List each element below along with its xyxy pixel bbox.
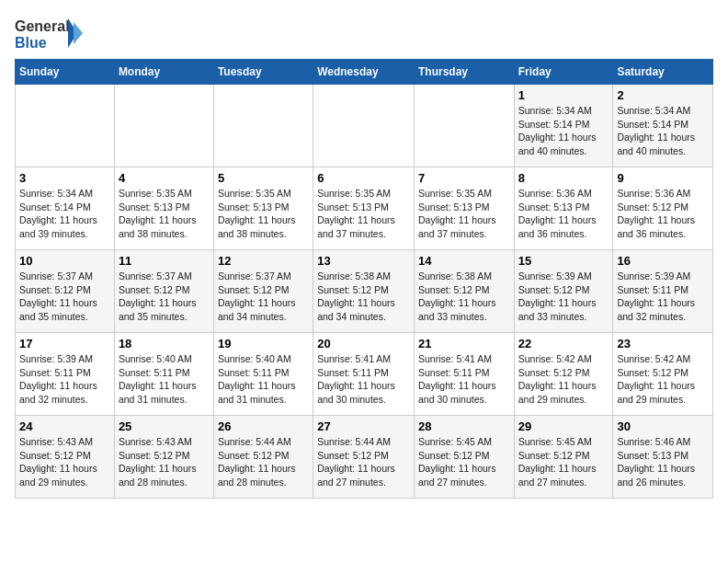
calendar-cell: 29Sunrise: 5:45 AM Sunset: 5:12 PM Dayli… bbox=[514, 416, 613, 499]
page-header: GeneralBlue bbox=[15, 15, 713, 52]
calendar-cell: 14Sunrise: 5:38 AM Sunset: 5:12 PM Dayli… bbox=[414, 250, 514, 333]
day-number: 27 bbox=[317, 419, 410, 433]
calendar-cell bbox=[313, 85, 415, 167]
day-number: 25 bbox=[119, 419, 210, 433]
weekday-header: Saturday bbox=[613, 60, 713, 85]
weekday-header: Wednesday bbox=[313, 60, 415, 85]
calendar-cell bbox=[114, 85, 213, 167]
calendar-cell: 12Sunrise: 5:37 AM Sunset: 5:12 PM Dayli… bbox=[213, 250, 313, 333]
calendar-table: SundayMondayTuesdayWednesdayThursdayFrid… bbox=[15, 59, 713, 499]
calendar-cell: 2Sunrise: 5:34 AM Sunset: 5:14 PM Daylig… bbox=[613, 85, 713, 167]
calendar-cell: 19Sunrise: 5:40 AM Sunset: 5:11 PM Dayli… bbox=[213, 333, 313, 416]
weekday-header: Thursday bbox=[414, 60, 514, 85]
svg-text:General: General bbox=[15, 18, 70, 34]
calendar-cell: 23Sunrise: 5:42 AM Sunset: 5:12 PM Dayli… bbox=[613, 333, 713, 416]
calendar-header-row: SundayMondayTuesdayWednesdayThursdayFrid… bbox=[16, 60, 713, 85]
day-number: 2 bbox=[617, 88, 709, 102]
calendar-cell: 20Sunrise: 5:41 AM Sunset: 5:11 PM Dayli… bbox=[313, 333, 415, 416]
calendar-cell: 1Sunrise: 5:34 AM Sunset: 5:14 PM Daylig… bbox=[514, 85, 613, 167]
day-number: 1 bbox=[518, 88, 609, 102]
day-info: Sunrise: 5:37 AM Sunset: 5:12 PM Dayligh… bbox=[19, 270, 110, 324]
calendar-cell: 27Sunrise: 5:44 AM Sunset: 5:12 PM Dayli… bbox=[313, 416, 415, 499]
day-number: 24 bbox=[19, 419, 110, 433]
calendar-cell: 28Sunrise: 5:45 AM Sunset: 5:12 PM Dayli… bbox=[414, 416, 514, 499]
day-info: Sunrise: 5:35 AM Sunset: 5:13 PM Dayligh… bbox=[119, 187, 210, 241]
calendar-cell: 22Sunrise: 5:42 AM Sunset: 5:12 PM Dayli… bbox=[514, 333, 613, 416]
calendar-week-row: 24Sunrise: 5:43 AM Sunset: 5:12 PM Dayli… bbox=[16, 416, 713, 499]
weekday-header: Sunday bbox=[16, 60, 115, 85]
svg-marker-3 bbox=[74, 22, 83, 44]
day-info: Sunrise: 5:43 AM Sunset: 5:12 PM Dayligh… bbox=[119, 435, 210, 489]
day-info: Sunrise: 5:39 AM Sunset: 5:11 PM Dayligh… bbox=[617, 270, 709, 324]
day-number: 21 bbox=[418, 337, 510, 350]
day-info: Sunrise: 5:37 AM Sunset: 5:12 PM Dayligh… bbox=[218, 270, 309, 324]
calendar-cell: 10Sunrise: 5:37 AM Sunset: 5:12 PM Dayli… bbox=[16, 250, 115, 333]
calendar-cell bbox=[414, 85, 514, 167]
calendar-cell: 30Sunrise: 5:46 AM Sunset: 5:13 PM Dayli… bbox=[613, 416, 713, 499]
calendar-cell: 16Sunrise: 5:39 AM Sunset: 5:11 PM Dayli… bbox=[613, 250, 713, 333]
day-number: 9 bbox=[617, 171, 709, 185]
day-info: Sunrise: 5:40 AM Sunset: 5:11 PM Dayligh… bbox=[119, 352, 210, 407]
calendar-cell: 3Sunrise: 5:34 AM Sunset: 5:14 PM Daylig… bbox=[16, 167, 115, 250]
day-info: Sunrise: 5:45 AM Sunset: 5:12 PM Dayligh… bbox=[518, 435, 609, 489]
day-info: Sunrise: 5:34 AM Sunset: 5:14 PM Dayligh… bbox=[617, 104, 709, 158]
day-number: 6 bbox=[317, 171, 410, 185]
day-info: Sunrise: 5:40 AM Sunset: 5:11 PM Dayligh… bbox=[218, 352, 309, 407]
calendar-cell: 25Sunrise: 5:43 AM Sunset: 5:12 PM Dayli… bbox=[114, 416, 213, 499]
calendar-week-row: 1Sunrise: 5:34 AM Sunset: 5:14 PM Daylig… bbox=[16, 85, 713, 167]
day-number: 18 bbox=[119, 337, 210, 350]
day-info: Sunrise: 5:34 AM Sunset: 5:14 PM Dayligh… bbox=[518, 104, 609, 158]
calendar-week-row: 17Sunrise: 5:39 AM Sunset: 5:11 PM Dayli… bbox=[16, 333, 713, 416]
calendar-cell: 4Sunrise: 5:35 AM Sunset: 5:13 PM Daylig… bbox=[114, 167, 213, 250]
calendar-cell: 17Sunrise: 5:39 AM Sunset: 5:11 PM Dayli… bbox=[16, 333, 115, 416]
svg-text:Blue: Blue bbox=[15, 35, 47, 51]
day-info: Sunrise: 5:36 AM Sunset: 5:12 PM Dayligh… bbox=[617, 187, 709, 241]
day-number: 26 bbox=[218, 419, 309, 433]
day-number: 19 bbox=[218, 337, 309, 350]
calendar-cell: 26Sunrise: 5:44 AM Sunset: 5:12 PM Dayli… bbox=[213, 416, 313, 499]
calendar-cell: 21Sunrise: 5:41 AM Sunset: 5:11 PM Dayli… bbox=[414, 333, 514, 416]
day-number: 15 bbox=[518, 254, 609, 268]
calendar-cell: 13Sunrise: 5:38 AM Sunset: 5:12 PM Dayli… bbox=[313, 250, 415, 333]
day-number: 16 bbox=[617, 254, 709, 268]
day-number: 17 bbox=[19, 337, 110, 350]
day-info: Sunrise: 5:42 AM Sunset: 5:12 PM Dayligh… bbox=[617, 352, 709, 407]
day-number: 30 bbox=[617, 419, 709, 433]
day-number: 14 bbox=[418, 254, 510, 268]
day-number: 11 bbox=[119, 254, 210, 268]
calendar-week-row: 3Sunrise: 5:34 AM Sunset: 5:14 PM Daylig… bbox=[16, 167, 713, 250]
calendar-cell bbox=[16, 85, 115, 167]
calendar-cell: 7Sunrise: 5:35 AM Sunset: 5:13 PM Daylig… bbox=[414, 167, 514, 250]
day-number: 29 bbox=[518, 419, 609, 433]
day-number: 13 bbox=[317, 254, 410, 268]
day-info: Sunrise: 5:38 AM Sunset: 5:12 PM Dayligh… bbox=[317, 270, 410, 324]
calendar-week-row: 10Sunrise: 5:37 AM Sunset: 5:12 PM Dayli… bbox=[16, 250, 713, 333]
logo-area: GeneralBlue bbox=[15, 15, 88, 52]
day-info: Sunrise: 5:35 AM Sunset: 5:13 PM Dayligh… bbox=[317, 187, 410, 241]
day-info: Sunrise: 5:37 AM Sunset: 5:12 PM Dayligh… bbox=[119, 270, 210, 324]
day-info: Sunrise: 5:39 AM Sunset: 5:11 PM Dayligh… bbox=[19, 352, 110, 407]
calendar-cell: 18Sunrise: 5:40 AM Sunset: 5:11 PM Dayli… bbox=[114, 333, 213, 416]
calendar-cell: 6Sunrise: 5:35 AM Sunset: 5:13 PM Daylig… bbox=[313, 167, 415, 250]
calendar-cell: 15Sunrise: 5:39 AM Sunset: 5:12 PM Dayli… bbox=[514, 250, 613, 333]
day-info: Sunrise: 5:45 AM Sunset: 5:12 PM Dayligh… bbox=[418, 435, 510, 489]
day-info: Sunrise: 5:46 AM Sunset: 5:13 PM Dayligh… bbox=[617, 435, 709, 489]
calendar-cell: 5Sunrise: 5:35 AM Sunset: 5:13 PM Daylig… bbox=[213, 167, 313, 250]
calendar-cell: 8Sunrise: 5:36 AM Sunset: 5:13 PM Daylig… bbox=[514, 167, 613, 250]
day-number: 7 bbox=[418, 171, 510, 185]
day-info: Sunrise: 5:44 AM Sunset: 5:12 PM Dayligh… bbox=[218, 435, 309, 489]
day-number: 22 bbox=[518, 337, 609, 350]
day-info: Sunrise: 5:36 AM Sunset: 5:13 PM Dayligh… bbox=[518, 187, 609, 241]
day-number: 12 bbox=[218, 254, 309, 268]
day-info: Sunrise: 5:38 AM Sunset: 5:12 PM Dayligh… bbox=[418, 270, 510, 324]
day-info: Sunrise: 5:34 AM Sunset: 5:14 PM Dayligh… bbox=[19, 187, 110, 241]
weekday-header: Tuesday bbox=[213, 60, 313, 85]
weekday-header: Monday bbox=[114, 60, 213, 85]
day-info: Sunrise: 5:43 AM Sunset: 5:12 PM Dayligh… bbox=[19, 435, 110, 489]
weekday-header: Friday bbox=[514, 60, 613, 85]
day-number: 10 bbox=[19, 254, 110, 268]
day-info: Sunrise: 5:41 AM Sunset: 5:11 PM Dayligh… bbox=[418, 352, 510, 407]
day-info: Sunrise: 5:39 AM Sunset: 5:12 PM Dayligh… bbox=[518, 270, 609, 324]
calendar-cell: 24Sunrise: 5:43 AM Sunset: 5:12 PM Dayli… bbox=[16, 416, 115, 499]
day-info: Sunrise: 5:41 AM Sunset: 5:11 PM Dayligh… bbox=[317, 352, 410, 407]
